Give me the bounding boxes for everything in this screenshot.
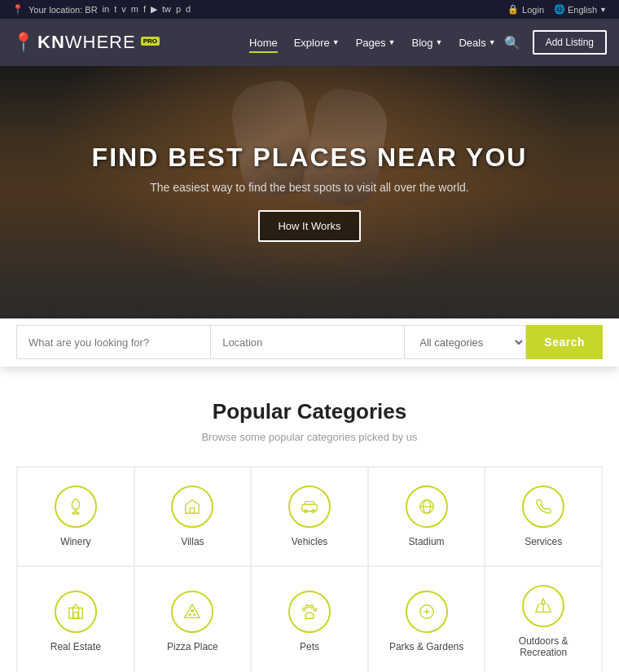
search-input[interactable] <box>16 325 210 359</box>
winery-label: Winery <box>60 536 90 547</box>
vehicles-label: Vehicles <box>292 536 328 547</box>
hero-section: FIND BEST PLACES NEAR YOU The easiest wa… <box>0 66 619 318</box>
social-pinterest[interactable]: p <box>176 4 181 15</box>
real-estate-icon <box>55 591 97 633</box>
search-bar: All categories Search <box>0 318 619 367</box>
logo-where: WHERE <box>65 32 136 52</box>
svg-rect-7 <box>69 608 83 618</box>
category-pets[interactable]: Pets <box>251 566 368 672</box>
categories-grid: Winery Villas Vehicles <box>16 466 603 672</box>
social-mail[interactable]: m <box>131 4 138 15</box>
services-icon <box>522 485 564 528</box>
category-vehicles[interactable]: Vehicles <box>251 467 368 566</box>
nav-deals[interactable]: Deals ▼ <box>459 33 495 53</box>
category-outdoors[interactable]: Outdoors & Recreation <box>485 566 602 672</box>
pages-arrow-icon: ▼ <box>389 38 396 46</box>
real-estate-label: Real Estate <box>50 641 101 652</box>
top-bar: 📍 Your location: BR in t v m f ▶ tw p d … <box>0 0 619 19</box>
social-youtube[interactable]: ▶ <box>151 4 157 15</box>
svg-point-9 <box>191 610 194 613</box>
vehicles-icon <box>288 485 331 528</box>
category-villas[interactable]: Villas <box>134 467 252 566</box>
svg-point-13 <box>305 605 309 608</box>
navbar: 📍 KNWHERE PRO Home Explore ▼ Pages ▼ Blo… <box>0 19 619 66</box>
winery-icon <box>55 485 97 528</box>
social-icons: in t v m f ▶ tw p d <box>103 4 191 15</box>
svg-point-12 <box>302 608 305 611</box>
nav-search-icon[interactable]: 🔍 <box>504 35 520 51</box>
hero-title: FIND BEST PLACES NEAR YOU <box>92 143 528 173</box>
svg-point-10 <box>190 614 191 616</box>
nav-pages[interactable]: Pages ▼ <box>356 33 396 53</box>
outdoors-icon <box>522 585 564 627</box>
social-linkedin[interactable]: in <box>103 4 110 15</box>
logo[interactable]: 📍 KNWHERE PRO <box>12 32 160 53</box>
logo-pin-icon: 📍 <box>12 32 34 53</box>
pizza-label: Pizza Place <box>167 641 218 652</box>
social-vimeo[interactable]: v <box>121 4 126 15</box>
svg-point-14 <box>310 605 314 608</box>
nav-links: Home Explore ▼ Pages ▼ Blog ▼ Deals ▼ <box>249 33 496 53</box>
categories-title: Popular Categories <box>16 399 603 424</box>
svg-point-11 <box>194 614 195 616</box>
top-bar-left: 📍 Your location: BR in t v m f ▶ tw p d <box>12 4 191 15</box>
pizza-icon <box>171 591 213 633</box>
category-select[interactable]: All categories <box>404 325 526 359</box>
categories-section: Popular Categories Browse some popular c… <box>0 367 619 672</box>
parks-label: Parks & Gardens <box>389 641 463 652</box>
category-parks[interactable]: Parks & Gardens <box>368 566 485 672</box>
hero-content: FIND BEST PLACES NEAR YOU The easiest wa… <box>76 143 544 242</box>
blog-arrow-icon: ▼ <box>436 38 443 46</box>
services-label: Services <box>525 536 562 547</box>
villas-label: Villas <box>181 536 204 547</box>
svg-rect-8 <box>73 613 78 618</box>
hero-subtitle: The easiest way to find the best spots t… <box>92 181 528 194</box>
social-tumblr[interactable]: t <box>114 4 116 15</box>
top-bar-right: 🔒 Login 🌐 English ▼ <box>507 4 607 15</box>
stadium-label: Stadium <box>409 536 445 547</box>
stadium-icon <box>406 485 448 528</box>
nav-home[interactable]: Home <box>249 33 278 53</box>
pets-label: Pets <box>300 641 319 652</box>
location-input[interactable] <box>210 325 404 359</box>
category-winery[interactable]: Winery <box>17 467 134 566</box>
flag-icon: 🌐 <box>554 4 565 15</box>
lock-icon: 🔒 <box>507 4 519 15</box>
how-it-works-button[interactable]: How It Works <box>258 210 360 242</box>
svg-rect-0 <box>191 508 195 513</box>
add-listing-button[interactable]: Add Listing <box>533 30 607 55</box>
deals-arrow-icon: ▼ <box>489 38 496 46</box>
parks-icon <box>406 591 448 633</box>
nav-blog[interactable]: Blog ▼ <box>412 33 443 53</box>
category-real-estate[interactable]: Real Estate <box>17 566 134 672</box>
pets-icon <box>288 591 331 633</box>
category-services[interactable]: Services <box>485 467 602 566</box>
language-selector[interactable]: 🌐 English ▼ <box>554 4 607 15</box>
location-label: Your location: BR <box>29 5 98 15</box>
login-link[interactable]: 🔒 Login <box>507 4 544 15</box>
villas-icon <box>171 485 213 528</box>
category-stadium[interactable]: Stadium <box>368 467 485 566</box>
social-facebook[interactable]: f <box>143 4 146 15</box>
chevron-down-icon: ▼ <box>599 6 607 14</box>
nav-explore[interactable]: Explore ▼ <box>294 33 340 53</box>
categories-subtitle: Browse some popular categories picked by… <box>16 431 603 443</box>
explore-arrow-icon: ▼ <box>332 38 340 46</box>
logo-pro-badge: PRO <box>141 37 160 46</box>
svg-point-15 <box>314 608 317 611</box>
social-dribbble[interactable]: d <box>186 4 191 15</box>
social-twitter[interactable]: tw <box>162 4 171 15</box>
search-button[interactable]: Search <box>526 325 603 359</box>
category-pizza[interactable]: Pizza Place <box>134 566 252 672</box>
logo-text: KNWHERE <box>37 32 136 53</box>
outdoors-label: Outdoors & Recreation <box>494 635 593 658</box>
location-pin-icon: 📍 <box>12 4 24 15</box>
